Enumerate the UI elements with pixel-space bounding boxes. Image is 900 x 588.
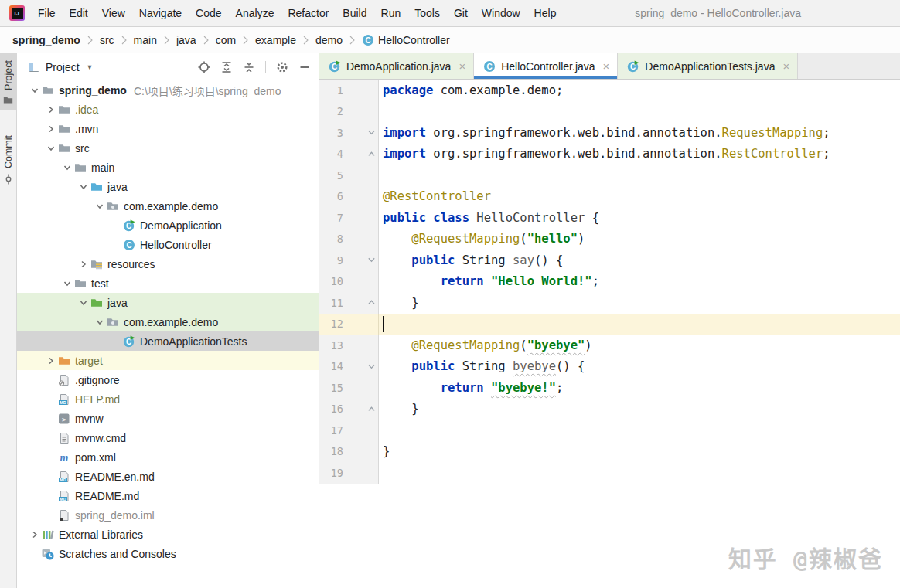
menu-code[interactable]: Code (189, 4, 228, 22)
tree-item-target[interactable]: target (17, 351, 319, 370)
chevron-down-icon[interactable] (77, 298, 90, 308)
tree-item-java[interactable]: java (17, 177, 319, 196)
tree-item-external-libraries[interactable]: External Libraries (17, 525, 319, 544)
fold-down-icon[interactable] (348, 356, 379, 378)
menu-help[interactable]: Help (527, 4, 564, 22)
breadcrumb-item-main[interactable]: main (132, 32, 159, 48)
menu-run[interactable]: Run (374, 4, 408, 22)
chevron-right-icon[interactable] (77, 260, 90, 269)
code-line-8[interactable]: 8 @RequestMapping("hello") (319, 229, 900, 250)
menu-analyze[interactable]: Analyze (229, 4, 281, 22)
breadcrumb-item-example[interactable]: example (254, 32, 298, 48)
chevron-right-icon[interactable] (44, 124, 58, 134)
close-icon[interactable]: × (459, 60, 465, 72)
editor-tab-demoapplicationtests-java[interactable]: CDemoApplicationTests.java× (618, 53, 798, 79)
menu-build[interactable]: Build (336, 4, 373, 22)
tree-item-mvn[interactable]: .mvn (17, 119, 319, 138)
close-icon[interactable]: × (782, 60, 789, 72)
code-line-7[interactable]: 7public class HelloController { (319, 207, 900, 229)
menu-navigate[interactable]: Navigate (132, 4, 189, 22)
code-line-4[interactable]: 4import org.springframework.web.bind.ann… (319, 144, 900, 165)
breadcrumb-item-com[interactable]: com (214, 32, 237, 48)
tree-item-java[interactable]: java (17, 293, 319, 312)
tree-item-com-example-demo[interactable]: com.example.demo (17, 196, 319, 216)
tree-item-demoapplication[interactable]: CDemoApplication (17, 216, 319, 235)
tree-item-readme-md[interactable]: MDREADME.md (17, 486, 319, 505)
chevron-down-icon[interactable]: ▼ (87, 63, 94, 71)
tree-item-readme-en-md[interactable]: MDREADME.en.md (17, 467, 319, 486)
tree-item-mvnw-cmd[interactable]: mvnw.cmd (17, 428, 319, 447)
code-line-5[interactable]: 5 (319, 165, 900, 186)
tree-item-pom-xml[interactable]: mpom.xml (17, 447, 319, 467)
tree-item-test[interactable]: test (17, 274, 319, 293)
code-line-15[interactable]: 15 return "byebye!"; (319, 377, 900, 399)
chevron-right-icon[interactable] (44, 356, 58, 365)
menu-edit[interactable]: Edit (63, 4, 95, 22)
code-line-17[interactable]: 17 (319, 420, 900, 441)
menu-window[interactable]: Window (475, 4, 527, 22)
chevron-right-icon[interactable] (44, 105, 58, 114)
code-line-3[interactable]: 3import org.springframework.web.bind.ann… (319, 122, 900, 144)
panel-title[interactable]: Project (46, 61, 80, 73)
code-line-18[interactable]: 18} (319, 441, 900, 463)
code-line-14[interactable]: 14 public String byebye() { (319, 356, 900, 378)
menu-file[interactable]: File (31, 4, 63, 22)
tree-item-demoapplicationtests[interactable]: CDemoApplicationTests (17, 331, 319, 351)
code-line-12[interactable]: 12 (319, 314, 900, 335)
code-line-6[interactable]: 6@RestController (319, 186, 900, 208)
tree-item-idea[interactable]: .idea (17, 100, 319, 119)
close-icon[interactable]: × (603, 60, 610, 72)
editor-tab-hellocontroller-java[interactable]: CHelloController.java× (474, 53, 618, 79)
code-editor[interactable]: 1package com.example.demo;23import org.s… (319, 80, 900, 588)
chevron-down-icon[interactable] (93, 202, 107, 211)
tree-item-spring-demo-iml[interactable]: spring_demo.iml (17, 505, 319, 525)
code-line-19[interactable]: 19 (319, 462, 900, 484)
fold-down-icon[interactable] (348, 122, 379, 144)
stripe-tab-commit[interactable]: Commit (0, 128, 17, 190)
fold-up-icon[interactable] (348, 292, 379, 314)
code-line-1[interactable]: 1package com.example.demo; (319, 80, 900, 101)
code-line-2[interactable]: 2 (319, 101, 900, 123)
code-line-11[interactable]: 11 } (319, 292, 900, 314)
menu-tools[interactable]: Tools (407, 4, 447, 22)
breadcrumb-item-demo[interactable]: demo (314, 32, 344, 48)
chevron-down-icon[interactable] (60, 163, 74, 172)
tree-item-resources[interactable]: resources (17, 254, 319, 274)
breadcrumb-item-hellocontroller[interactable]: CHelloController (360, 32, 452, 48)
collapse-all-icon[interactable] (243, 61, 255, 73)
breadcrumb-item-java[interactable]: java (175, 32, 198, 48)
tree-item-src[interactable]: src (17, 138, 319, 158)
expand-all-icon[interactable] (220, 61, 233, 73)
menu-git[interactable]: Git (447, 4, 475, 22)
chevron-down-icon[interactable] (28, 86, 42, 95)
tree-item-spring-demo[interactable]: spring_demoC:\项目\练习项目\spring_demo (17, 80, 319, 100)
tree-item-help-md[interactable]: MDHELP.md (17, 389, 319, 409)
editor-tab-demoapplication-java[interactable]: CDemoApplication.java× (319, 53, 474, 79)
tree-item-scratches-and-consoles[interactable]: Scratches and Consoles (17, 544, 319, 563)
settings-icon[interactable] (276, 61, 288, 73)
chevron-down-icon[interactable] (77, 182, 90, 192)
chevron-down-icon[interactable] (93, 318, 107, 327)
tree-item-gitignore[interactable]: .gitignore (17, 370, 319, 389)
code-line-9[interactable]: 9 public String say() { (319, 250, 900, 271)
breadcrumb-item-spring-demo[interactable]: spring_demo (11, 32, 82, 48)
code-line-13[interactable]: 13 @RequestMapping("byebye") (319, 335, 900, 356)
tree-item-hellocontroller[interactable]: CHelloController (17, 235, 319, 254)
fold-up-icon[interactable] (348, 144, 379, 165)
stripe-tab-project[interactable]: Project (0, 53, 17, 110)
breadcrumb-item-src[interactable]: src (98, 32, 116, 48)
menu-view[interactable]: View (95, 4, 132, 22)
tree-item-mvnw[interactable]: >mvnw (17, 409, 319, 428)
menu-refactor[interactable]: Refactor (281, 4, 336, 22)
hide-icon[interactable] (298, 61, 311, 73)
chevron-down-icon[interactable] (44, 144, 58, 153)
locate-icon[interactable] (198, 61, 210, 73)
code-line-16[interactable]: 16 } (319, 399, 900, 420)
fold-up-icon[interactable] (348, 399, 379, 420)
code-line-10[interactable]: 10 return "Hello World!"; (319, 271, 900, 293)
tree-item-com-example-demo[interactable]: com.example.demo (17, 312, 319, 331)
chevron-down-icon[interactable] (60, 279, 74, 288)
tree-item-main[interactable]: main (17, 158, 319, 177)
fold-down-icon[interactable] (348, 250, 379, 271)
chevron-right-icon[interactable] (28, 530, 42, 539)
